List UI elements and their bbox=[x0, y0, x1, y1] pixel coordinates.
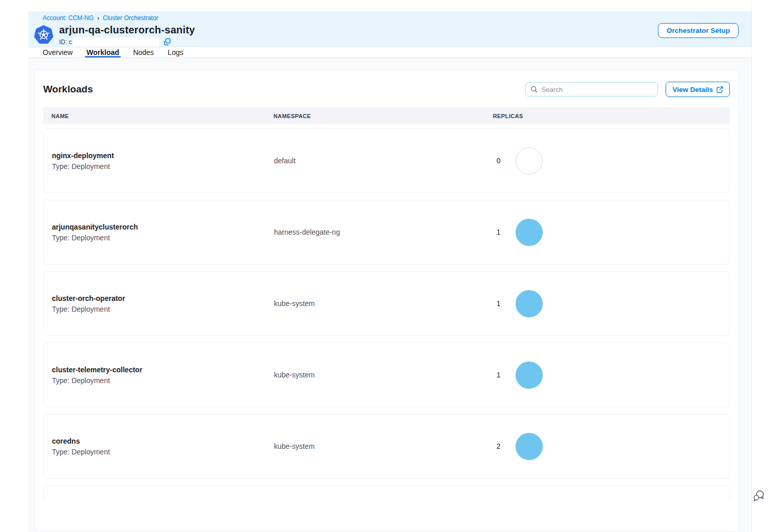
table-row[interactable]: cluster-telemetry-collector Type: Deploy… bbox=[43, 343, 730, 407]
cluster-id-label: ID: c bbox=[59, 39, 72, 46]
workload-replicas-cell: 0 bbox=[485, 147, 729, 175]
workload-name-cell: cluster-telemetry-collector Type: Deploy… bbox=[44, 366, 266, 385]
search-input[interactable] bbox=[541, 86, 653, 93]
workload-type: Type: Deployment bbox=[52, 376, 266, 385]
replica-count: 1 bbox=[497, 228, 501, 236]
replica-count: 0 bbox=[497, 157, 501, 165]
replica-circle bbox=[516, 362, 543, 389]
tab-bar: Overview Workload Nodes Logs bbox=[28, 47, 751, 58]
top-whitespace bbox=[28, 0, 751, 11]
workload-namespace: harness-delegate-ng bbox=[266, 228, 485, 236]
replica-circle bbox=[516, 147, 543, 175]
column-header-namespace: NAMESPACE bbox=[265, 113, 485, 119]
workload-name-cell: coredns Type: Deployment bbox=[44, 437, 266, 456]
table-row[interactable]: cluster-orch-operator Type: Deployment k… bbox=[43, 271, 730, 336]
table-row[interactable]: nginx-deployment Type: Deployment defaul… bbox=[43, 128, 730, 193]
workload-namespace: kube-system bbox=[266, 299, 485, 308]
table-row[interactable]: coredns Type: Deployment kube-system 2 bbox=[43, 414, 730, 479]
replica-count: 1 bbox=[497, 371, 501, 379]
workload-name: nginx-deployment bbox=[52, 151, 266, 160]
view-details-button[interactable]: View Details bbox=[666, 82, 730, 97]
column-header-replicas: REPLICAS bbox=[485, 113, 730, 119]
workload-type: Type: Deployment bbox=[52, 305, 266, 313]
chat-bubbles-icon[interactable] bbox=[752, 489, 765, 502]
workload-replicas-cell: 1 bbox=[485, 290, 729, 317]
title-row: arjun-qa-clusterorch-sanity ID: c bbox=[34, 24, 739, 47]
search-box[interactable] bbox=[525, 82, 658, 97]
view-details-label: View Details bbox=[672, 86, 713, 93]
replica-count: 1 bbox=[497, 299, 501, 308]
workload-replicas-cell: 1 bbox=[485, 362, 729, 389]
column-header-name: NAME bbox=[43, 113, 265, 119]
workload-replicas-cell: 1 bbox=[485, 219, 729, 246]
breadcrumb: Account: CCM-NG › Cluster Orchestrator bbox=[43, 14, 739, 22]
tab-logs[interactable]: Logs bbox=[168, 47, 183, 58]
cluster-header: Account: CCM-NG › Cluster Orchestrator a… bbox=[28, 11, 751, 47]
workload-type: Type: Deployment bbox=[52, 448, 266, 456]
workload-name-cell: nginx-deployment Type: Deployment bbox=[44, 151, 266, 170]
app-container: Account: CCM-NG › Cluster Orchestrator a… bbox=[28, 0, 752, 532]
workload-name-cell: arjunqasanityclusterorch Type: Deploymen… bbox=[44, 223, 266, 242]
search-icon bbox=[530, 86, 538, 93]
workload-namespace: kube-system bbox=[266, 442, 485, 450]
workloads-panel: Workloads View Details bbox=[34, 70, 739, 532]
kubernetes-icon bbox=[34, 25, 53, 45]
orchestrator-setup-button[interactable]: Orchestrator Setup bbox=[658, 23, 739, 38]
workload-namespace: default bbox=[266, 157, 485, 165]
workload-name: cluster-telemetry-collector bbox=[52, 366, 266, 374]
workload-type: Type: Deployment bbox=[52, 234, 266, 242]
replica-circle bbox=[516, 433, 543, 460]
panel-actions: View Details bbox=[525, 82, 730, 97]
tab-overview[interactable]: Overview bbox=[43, 47, 72, 58]
replica-circle bbox=[516, 219, 543, 246]
workload-rows: nginx-deployment Type: Deployment defaul… bbox=[43, 128, 730, 479]
replica-count: 2 bbox=[497, 442, 501, 450]
breadcrumb-cluster-orchestrator-link[interactable]: Cluster Orchestrator bbox=[103, 14, 158, 22]
panel-toolbar: Workloads View Details bbox=[43, 82, 730, 97]
workload-name-cell: cluster-orch-operator Type: Deployment bbox=[44, 294, 266, 313]
breadcrumb-separator-icon: › bbox=[97, 15, 99, 21]
replica-circle bbox=[516, 290, 543, 317]
table-row-partial[interactable] bbox=[43, 485, 730, 501]
title-block: arjun-qa-clusterorch-sanity ID: c bbox=[59, 24, 195, 47]
breadcrumb-account-link[interactable]: Account: CCM-NG bbox=[43, 14, 94, 22]
workloads-title: Workloads bbox=[43, 84, 93, 95]
cluster-id-row: ID: c bbox=[59, 37, 195, 47]
copy-icon[interactable] bbox=[163, 38, 171, 46]
content-area: Workloads View Details bbox=[28, 58, 751, 532]
workload-name: cluster-orch-operator bbox=[52, 294, 266, 302]
workload-type: Type: Deployment bbox=[52, 162, 266, 170]
external-link-icon bbox=[716, 86, 723, 93]
workload-name: coredns bbox=[52, 437, 266, 445]
table-header: NAME NAMESPACE REPLICAS bbox=[43, 107, 730, 124]
table-row[interactable]: arjunqasanityclusterorch Type: Deploymen… bbox=[43, 200, 730, 264]
cluster-id-redacted-value bbox=[73, 37, 159, 47]
workload-replicas-cell: 2 bbox=[485, 433, 729, 460]
tab-workload[interactable]: Workload bbox=[86, 47, 119, 58]
workload-name: arjunqasanityclusterorch bbox=[52, 223, 266, 231]
tab-nodes[interactable]: Nodes bbox=[133, 47, 154, 58]
page-title: arjun-qa-clusterorch-sanity bbox=[59, 24, 195, 36]
workload-namespace: kube-system bbox=[266, 371, 485, 379]
